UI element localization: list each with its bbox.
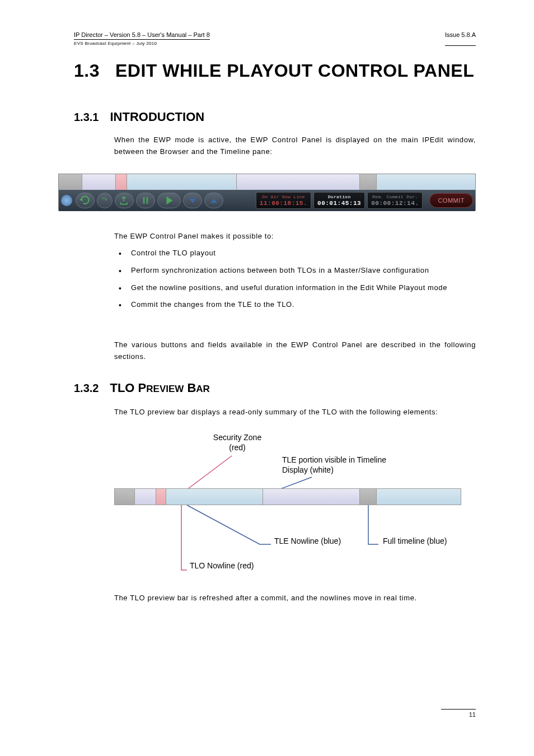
section-heading: 1.3EDIT WHILE PLAYOUT CONTROL PANEL: [74, 60, 474, 81]
label-tle-nowline: TLE Nowline (blue): [274, 536, 341, 545]
onair-label: On Air Now Line: [262, 194, 305, 199]
preview-segment-white: [237, 174, 360, 190]
triangle-up-icon: [208, 194, 219, 207]
header-subtitle: EVS Broadcast Equipment – July 2010: [74, 41, 210, 46]
play-button[interactable]: [157, 193, 181, 208]
bar-segment: [360, 489, 377, 505]
ewp-toolbar: On Air Now Line 11:00:18:15. Duration 00…: [59, 190, 475, 211]
onair-nowline-field: On Air Now Line 11:00:18:15.: [256, 192, 311, 209]
refresh-button[interactable]: [76, 193, 95, 208]
diagram-lines: [114, 432, 461, 578]
section-title-text: EDIT WHILE PLAYOUT CONTROL PANEL: [115, 60, 474, 81]
up-button[interactable]: [204, 193, 223, 208]
bar-segment-blue: [166, 489, 263, 505]
page-header: IP Director – Version 5.8 – User's Manua…: [74, 31, 476, 46]
bar-segment-blue: [377, 489, 461, 505]
subsection-2-heading: 1.3.2TLO PREVIEW BAR: [74, 381, 210, 395]
export-icon: [119, 194, 130, 207]
svg-rect-1: [147, 197, 148, 204]
bar-segment: [135, 489, 156, 505]
label-tlo-nowline: TLO Nowline (red): [190, 561, 254, 570]
subsection-1-number: 1.3.1: [74, 111, 99, 123]
sync-play-button[interactable]: [97, 193, 113, 208]
label-full-timeline: Full timeline (blue): [383, 536, 447, 545]
preview-segment: [82, 174, 116, 190]
tlo-intro-paragraph: The TLO preview bar displays a read-only…: [114, 407, 476, 418]
preview-segment: [59, 174, 82, 190]
page-number: 11: [441, 709, 476, 718]
preview-segment-red: [116, 174, 127, 190]
ewp-control-panel-screenshot: On Air Now Line 11:00:18:15. Duration 00…: [58, 174, 476, 211]
bar-segment: [115, 489, 135, 505]
pause-icon: [140, 194, 151, 207]
tlo-preview-diagram: Security Zone (red) TLE portion visible …: [114, 432, 461, 578]
preview-segment: [360, 174, 377, 190]
onair-value: 11:00:18:15.: [260, 200, 307, 207]
globe-icon: [61, 195, 72, 206]
triangle-down-icon: [187, 194, 198, 207]
section-number: 1.3: [74, 60, 100, 81]
svg-rect-0: [143, 197, 145, 204]
subsection-2-title: TLO PREVIEW BAR: [110, 381, 209, 395]
duration-field: Duration 00:01:45:13: [313, 192, 365, 209]
rem-value: 00:00:12:14.: [371, 200, 419, 207]
subsection-2-number: 1.3.2: [74, 382, 99, 394]
preview-segment-blue: [377, 174, 475, 190]
tlo-closing-paragraph: The TLO preview bar is refreshed after a…: [114, 592, 476, 604]
rem-label: Rem. Commit Dur.: [372, 194, 418, 199]
feature-list: Control the TLO playout Perform synchron…: [114, 248, 476, 316]
export-button[interactable]: [115, 193, 134, 208]
duration-value: 00:01:45:13: [317, 200, 361, 207]
header-left-block: IP Director – Version 5.8 – User's Manua…: [74, 31, 210, 46]
subsection-1-heading: 1.3.1INTRODUCTION: [74, 110, 204, 124]
pause-button[interactable]: [136, 193, 155, 208]
bar-segment-security-red: [156, 489, 166, 505]
intro-list-lead: The EWP Control Panel makes it possible …: [114, 232, 476, 240]
list-item: Commit the changes from the TLE to the T…: [114, 299, 476, 311]
subsection-1-title: INTRODUCTION: [110, 110, 204, 124]
tlo-preview-bar: [114, 488, 461, 505]
list-item: Perform synchronization actions between …: [114, 265, 476, 277]
refresh-icon: [79, 194, 91, 207]
rem-commit-field: Rem. Commit Dur. 00:00:12:14.: [367, 192, 423, 209]
intro-paragraph: When the EWP mode is active, the EWP Con…: [114, 134, 476, 158]
commit-button[interactable]: COMMIT: [429, 193, 473, 208]
preview-segment-blue: [127, 174, 237, 190]
ewp-preview-bar: [59, 174, 475, 190]
header-issue: Issue 5.8.A: [445, 31, 476, 46]
sync-play-icon: [101, 194, 109, 207]
bar-segment-white: [263, 489, 360, 505]
duration-label: Duration: [328, 194, 351, 199]
header-title: IP Director – Version 5.8 – User's Manua…: [74, 31, 210, 40]
list-item: Get the nowline positions, and useful du…: [114, 282, 476, 294]
down-button[interactable]: [183, 193, 202, 208]
play-icon: [163, 194, 175, 207]
intro-closing: The various buttons and fields available…: [114, 339, 476, 363]
list-item: Control the TLO playout: [114, 248, 476, 259]
